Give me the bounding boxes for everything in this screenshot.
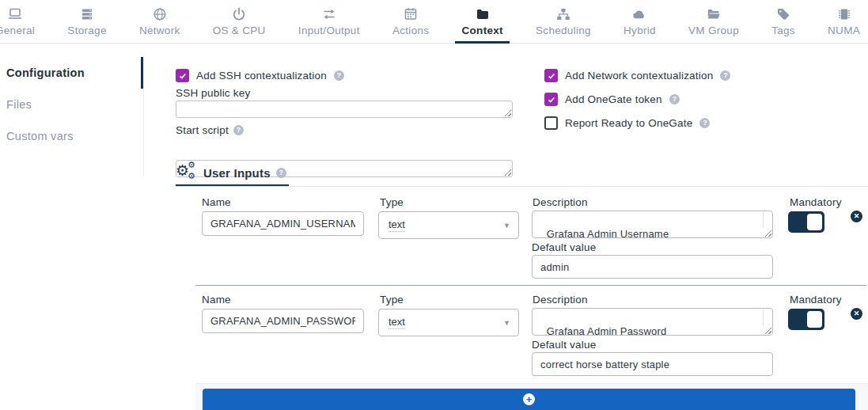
- mandatory-toggle[interactable]: [788, 309, 824, 330]
- tab-context[interactable]: Context: [453, 0, 510, 43]
- sidebar-divider: [143, 55, 144, 176]
- network-contextualization-row: Add Network contextualization ?: [544, 69, 730, 82]
- mandatory-column-label: Mandatory: [790, 294, 842, 306]
- report-ready-row: Report Ready to OneGate ?: [544, 116, 710, 130]
- type-column-label: Type: [380, 196, 404, 208]
- tab-actions[interactable]: Actions: [385, 0, 437, 43]
- user-input-name-field[interactable]: [202, 211, 364, 236]
- sidebar-item-label: Custom vars: [6, 130, 74, 142]
- tab-tags[interactable]: Tags: [764, 0, 803, 43]
- remove-user-input-button[interactable]: ✕: [851, 308, 862, 320]
- default-value-label: Default value: [532, 241, 596, 253]
- user-inputs-title: User Inputs: [203, 166, 271, 180]
- tab-label: Network: [139, 25, 180, 36]
- calendar-icon: [403, 6, 419, 22]
- ssh-contextualization-label: Add SSH contextualization: [196, 70, 327, 82]
- cloud-icon: [631, 6, 647, 22]
- selected-type: text: [389, 316, 405, 329]
- user-input-name-field[interactable]: [202, 309, 364, 333]
- folder-open-icon: [706, 6, 722, 22]
- sidebar-item-custom-vars[interactable]: Custom vars: [0, 120, 143, 152]
- toggle-knob: [807, 311, 822, 328]
- folder-icon: [475, 6, 491, 22]
- report-ready-checkbox[interactable]: [544, 116, 558, 130]
- template-tab-bar: General Storage Network OS & CPU Input/O…: [0, 0, 868, 44]
- sidebar-item-label: Configuration: [6, 66, 85, 79]
- user-input-default-value-field[interactable]: [532, 255, 773, 279]
- help-icon[interactable]: ?: [334, 70, 344, 81]
- help-icon[interactable]: ?: [233, 125, 244, 135]
- start-script-label: Start script: [176, 124, 229, 136]
- help-icon[interactable]: ?: [276, 168, 286, 178]
- network-contextualization-checkbox[interactable]: [544, 69, 558, 82]
- user-input-type-select[interactable]: text ▼: [378, 211, 519, 239]
- description-rest: Admin Password: [585, 325, 666, 336]
- tab-label: Scheduling: [536, 25, 591, 36]
- sidebar-item-files[interactable]: Files: [0, 89, 143, 120]
- tab-hybrid[interactable]: Hybrid: [616, 0, 664, 43]
- tab-general[interactable]: General: [0, 0, 43, 43]
- user-input-default-value-field[interactable]: [532, 352, 773, 376]
- add-user-input-button[interactable]: +: [203, 389, 855, 410]
- server-icon: [79, 6, 95, 22]
- sitemap-icon: [555, 6, 571, 22]
- ssh-contextualization-row: Add SSH contextualization ?: [176, 69, 344, 82]
- tab-numa[interactable]: NUMA: [820, 0, 868, 43]
- description-column-label: Description: [533, 294, 588, 306]
- plus-icon: +: [523, 393, 535, 405]
- user-input-type-select[interactable]: text ▼: [378, 309, 519, 336]
- tab-storage[interactable]: Storage: [59, 0, 114, 43]
- chevron-down-icon: ▼: [503, 319, 510, 327]
- tab-label: Storage: [67, 25, 106, 36]
- onegate-token-checkbox[interactable]: [544, 93, 558, 106]
- tag-icon: [775, 6, 791, 22]
- sidebar-item-configuration[interactable]: Configuration: [0, 57, 143, 89]
- tab-label: General: [0, 25, 35, 36]
- tab-vm-group[interactable]: VM Group: [680, 0, 747, 43]
- laptop-icon: [7, 6, 23, 22]
- help-icon[interactable]: ?: [699, 118, 710, 128]
- tab-os-cpu[interactable]: OS & CPU: [205, 0, 274, 43]
- textarea-scrollbar: [763, 212, 764, 228]
- help-icon[interactable]: ?: [720, 70, 730, 81]
- microchip-icon: [836, 6, 852, 22]
- network-contextualization-label: Add Network contextualization: [565, 70, 713, 82]
- gears-icon: ⚙ ⚙ ⚙: [176, 162, 198, 183]
- tab-network[interactable]: Network: [131, 0, 188, 43]
- check-icon: [178, 71, 188, 81]
- tab-label: VM Group: [688, 25, 739, 36]
- name-column-label: Name: [202, 294, 231, 306]
- description-column-label: Description: [533, 196, 588, 208]
- tab-label: Tags: [771, 25, 795, 36]
- type-column-label: Type: [380, 294, 404, 306]
- chevron-down-icon: ▼: [503, 222, 510, 230]
- power-icon: [231, 6, 247, 22]
- tab-label: OS & CPU: [213, 25, 266, 36]
- help-icon[interactable]: ?: [669, 94, 680, 104]
- description-word-misspelled: Grafana: [547, 228, 585, 238]
- ssh-contextualization-checkbox[interactable]: [176, 69, 189, 82]
- tab-label: Hybrid: [624, 25, 656, 36]
- user-inputs-header: ⚙ ⚙ ⚙ User Inputs ?: [176, 162, 286, 183]
- user-input-row-divider: [195, 285, 866, 286]
- default-value-label: Default value: [532, 339, 596, 351]
- onegate-token-label: Add OneGate token: [565, 93, 662, 105]
- tab-input-output[interactable]: Input/Output: [290, 0, 368, 43]
- user-input-description-field[interactable]: Grafana Admin Username: [532, 211, 773, 238]
- textarea-scrollbar: [763, 309, 764, 325]
- ssh-public-key-textarea[interactable]: [176, 101, 513, 118]
- remove-user-input-button[interactable]: ✕: [851, 211, 862, 222]
- user-input-description-field[interactable]: Grafana Admin Password: [532, 308, 773, 336]
- tab-label: NUMA: [828, 25, 860, 36]
- report-ready-label: Report Ready to OneGate: [565, 117, 692, 129]
- name-column-label: Name: [202, 196, 231, 208]
- mandatory-column-label: Mandatory: [790, 196, 842, 208]
- context-sidebar: Configuration Files Custom vars: [0, 44, 143, 152]
- exchange-icon: [321, 6, 337, 22]
- tab-scheduling[interactable]: Scheduling: [528, 0, 599, 43]
- start-script-row: Start script ?: [176, 124, 244, 136]
- description-word-misspelled: Grafana: [547, 325, 585, 336]
- selected-type: text: [389, 218, 405, 232]
- mandatory-toggle[interactable]: [788, 211, 824, 233]
- onegate-token-row: Add OneGate token ?: [544, 93, 680, 106]
